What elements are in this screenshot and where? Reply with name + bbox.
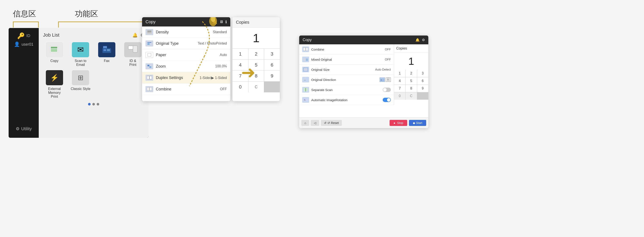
list-item[interactable]: ⚡ External MemoryPrint bbox=[43, 70, 66, 98]
job-list-title: Job List bbox=[43, 32, 60, 38]
exp-num-4[interactable]: 4 bbox=[394, 77, 405, 84]
original-direction-label: Original Direction bbox=[311, 78, 380, 82]
copy-title: Copy bbox=[146, 19, 156, 24]
svg-rect-8 bbox=[128, 46, 133, 49]
exp-num-3[interactable]: 3 bbox=[417, 70, 428, 77]
copies-panel: Copies 1 1 2 3 4 5 6 7 8 9 0 C bbox=[232, 17, 280, 101]
original-size-row[interactable]: Original Size Auto Detect bbox=[299, 64, 394, 75]
zoom-row[interactable]: Zoom 100.0% bbox=[142, 61, 230, 72]
svg-rect-28 bbox=[303, 48, 306, 51]
separate-scan-toggle[interactable] bbox=[383, 88, 391, 92]
device-header: Job List 🔔 ⚙ bbox=[43, 32, 144, 38]
exp-num-2[interactable]: 2 bbox=[406, 70, 417, 77]
expanded-body: Combine OFF Mixed Original OFF Original … bbox=[299, 44, 428, 105]
exp-num-8[interactable]: 8 bbox=[406, 85, 417, 92]
stop-button[interactable]: ● Stop bbox=[390, 120, 407, 126]
exp-num-5[interactable]: 5 bbox=[406, 77, 417, 84]
separate-scan-row[interactable]: Separate Scan bbox=[299, 85, 394, 95]
start-button[interactable]: ◆ Start bbox=[409, 120, 426, 126]
expanded-settings: Combine OFF Mixed Original OFF Original … bbox=[299, 44, 394, 105]
density-row[interactable]: Density Standard bbox=[142, 26, 230, 38]
svg-rect-18 bbox=[148, 54, 151, 56]
list-item[interactable]: ⊞ Classic Style bbox=[69, 70, 92, 98]
mixed-original-row[interactable]: Mixed Original OFF bbox=[299, 54, 394, 64]
usb-icon: ⚡ bbox=[46, 70, 63, 85]
exp-copies-number: 1 bbox=[394, 53, 428, 70]
svg-rect-25 bbox=[150, 88, 152, 90]
svg-rect-24 bbox=[147, 88, 149, 90]
num-6-button[interactable]: 6 bbox=[264, 60, 280, 70]
sidebar-username: 👤 user01 bbox=[14, 42, 33, 47]
zoom-value: 100.0% bbox=[215, 64, 227, 68]
exp-num-7[interactable]: 7 bbox=[394, 85, 405, 92]
auto-rotation-icon: ↻ bbox=[302, 97, 309, 103]
exp-numpad: 1 2 3 4 5 6 7 8 9 0 C bbox=[394, 70, 428, 100]
dir-landscape: A bbox=[380, 78, 385, 82]
zoom-icon bbox=[146, 63, 153, 69]
svg-text:A: A bbox=[388, 78, 389, 80]
combine-value: OFF bbox=[220, 87, 227, 91]
duplex-value: 1-Sided▶ 1-Sided bbox=[200, 76, 227, 80]
device-sidebar: 🔑 ID 👤 user01 ⚙ Utility bbox=[8, 28, 39, 138]
copies-number: 1 bbox=[232, 28, 280, 48]
info-bracket bbox=[13, 22, 39, 28]
density-icon bbox=[146, 29, 153, 35]
duplex-label: Duplex Settings bbox=[156, 76, 200, 80]
reset-button[interactable]: ↺ ↺ Reset bbox=[321, 120, 342, 126]
original-type-icon bbox=[146, 40, 153, 46]
exp-num-0[interactable]: 0 bbox=[394, 92, 405, 100]
original-direction-row[interactable]: A Original Direction A A bbox=[299, 75, 394, 85]
page-dots bbox=[43, 103, 144, 106]
original-direction-icon: A bbox=[302, 77, 309, 82]
usb-label: External MemoryPrint bbox=[43, 87, 66, 98]
fax-label: Fax bbox=[104, 59, 110, 63]
copy-icon bbox=[46, 42, 63, 57]
original-type-row[interactable]: Original Type Text / PhotoPrinted bbox=[142, 38, 230, 49]
combine-setting-row[interactable]: Combine OFF bbox=[299, 44, 394, 54]
sidebar-utility[interactable]: ⚙ Utility bbox=[16, 126, 32, 131]
mixed-original-value: OFF bbox=[385, 58, 391, 61]
svg-text:↻: ↻ bbox=[304, 99, 306, 101]
paper-row[interactable]: Paper Auto bbox=[142, 49, 230, 61]
id-print-icon bbox=[124, 42, 142, 57]
duplex-icon bbox=[146, 75, 153, 81]
screen-icon: ⚙ bbox=[422, 38, 425, 42]
auto-rotation-label: Automatic ImageRotation bbox=[311, 98, 383, 102]
separate-scan-label: Separate Scan bbox=[311, 88, 383, 92]
combine-setting-value: OFF bbox=[385, 48, 391, 51]
original-size-label: Original Size bbox=[311, 68, 375, 72]
num-1-button[interactable]: 1 bbox=[232, 49, 248, 60]
auto-rotation-toggle[interactable] bbox=[383, 98, 391, 102]
info-icon: ℹ bbox=[225, 20, 227, 24]
auto-rotation-row[interactable]: ↻ Automatic ImageRotation bbox=[299, 95, 394, 105]
svg-rect-29 bbox=[306, 48, 308, 51]
list-item[interactable]: ID &Print bbox=[122, 42, 144, 67]
exp-clear[interactable]: C bbox=[406, 92, 417, 100]
home-button[interactable]: ⌂ bbox=[301, 120, 309, 126]
device-main: Job List 🔔 ⚙ Copy ✉ bbox=[39, 28, 148, 138]
expanded-panel: Copy 🔔 ⚙ Combine OFF Mixed Original OFF bbox=[299, 36, 428, 128]
expanded-toolbar: ⌂ ◁ ↺ ↺ Reset ● Stop ◆ Start bbox=[299, 117, 428, 128]
copy-panel-icons: 🔔 🖥 ℹ bbox=[212, 20, 227, 24]
back-button[interactable]: ◁ bbox=[311, 120, 319, 126]
exp-num-1[interactable]: 1 bbox=[394, 70, 405, 77]
list-item[interactable]: ✉ Scan toEmail bbox=[69, 42, 92, 67]
fax-icon bbox=[98, 42, 115, 57]
copy-label: Copy bbox=[50, 59, 58, 63]
start-label: Start bbox=[416, 121, 422, 125]
density-value: Standard bbox=[213, 30, 227, 34]
num-0-button[interactable]: 0 bbox=[232, 82, 248, 92]
combine-row[interactable]: Combine OFF bbox=[142, 84, 230, 95]
list-item[interactable]: Copy bbox=[43, 42, 66, 67]
list-item[interactable]: Fax bbox=[95, 42, 118, 67]
num-9-button[interactable]: 9 bbox=[264, 70, 280, 81]
exp-num-9[interactable]: 9 bbox=[417, 85, 428, 92]
num-2-button[interactable]: 2 bbox=[248, 49, 264, 60]
duplex-row[interactable]: Duplex Settings 1-Sided▶ 1-Sided bbox=[142, 72, 230, 84]
num-3-button[interactable]: 3 bbox=[264, 49, 280, 60]
direction-buttons: A A bbox=[380, 78, 391, 82]
exp-num-6[interactable]: 6 bbox=[417, 77, 428, 84]
svg-rect-30 bbox=[303, 58, 306, 61]
arrow-indicator: ➜ bbox=[241, 62, 256, 82]
clear-button[interactable]: C bbox=[248, 82, 264, 92]
